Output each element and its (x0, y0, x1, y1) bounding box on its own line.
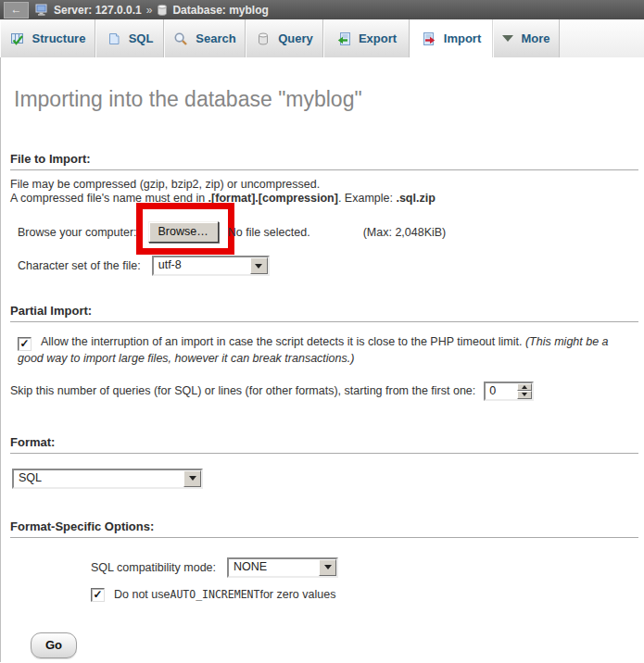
allow-interrupt-label: Allow the interruption of an import in c… (41, 335, 522, 348)
left-arrow-icon: ← (11, 3, 22, 17)
charset-label: Character set of the file: (18, 259, 141, 272)
naming-info-mid: . Example: (338, 192, 397, 205)
section-heading-format: Format: (10, 435, 638, 454)
import-icon (422, 31, 436, 46)
sql-icon (107, 31, 121, 46)
auto-increment-label-prefix: Do not use (114, 588, 170, 601)
spinner-buttons (517, 383, 532, 399)
naming-format-bold: .[format].[compression] (208, 192, 338, 205)
chevron-down-icon (502, 35, 513, 42)
section-heading-format-options: Format-Specific Options: (10, 519, 638, 538)
browse-row: Browse your computer: Browse… No file se… (18, 221, 638, 243)
tab-label: Structure (32, 31, 86, 45)
structure-icon (10, 31, 25, 46)
database-icon (157, 4, 168, 17)
auto-increment-row: ✓Do not use AUTO_INCREMENT for zero valu… (91, 588, 638, 602)
search-icon (173, 31, 188, 46)
phpmyadmin-import-page: ← Server: 127.0.0.1 » Database: myblog (0, 0, 644, 663)
tab-label: Import (444, 31, 481, 45)
import-form: Importing into the database "myblog" Fil… (0, 57, 644, 662)
dropdown-arrow-icon[interactable] (250, 257, 268, 274)
auto-increment-label-suffix: for zero values (259, 588, 335, 601)
section-heading-file-to-import: File to Import: (10, 152, 638, 170)
dropdown-arrow-icon[interactable] (183, 470, 201, 487)
breadcrumb-server[interactable]: Server: 127.0.0.1 (54, 4, 142, 17)
format-row: SQL (12, 469, 638, 489)
tab-sql[interactable]: SQL (95, 19, 164, 57)
skip-queries-label: Skip this number of queries (for SQL) or… (10, 384, 475, 397)
breadcrumb-database[interactable]: Database: myblog (172, 4, 268, 17)
file-import-description: File may be compressed (gzip, bzip2, zip… (10, 178, 638, 206)
tab-search[interactable]: Search (164, 19, 246, 57)
export-icon (336, 31, 351, 46)
format-select-value: SQL (14, 470, 183, 487)
tab-label: Search (196, 31, 235, 45)
naming-info-text: A compressed file's name must end in (10, 192, 208, 205)
tab-label: Export (359, 31, 397, 45)
format-select[interactable]: SQL (12, 469, 203, 489)
page-title: Importing into the database "myblog" (14, 57, 638, 112)
charset-select-value: utf-8 (154, 257, 250, 274)
tab-label: Query (278, 31, 313, 45)
tab-import[interactable]: Import (410, 19, 493, 57)
partial-import-section: Partial Import: ✓Allow the interruption … (10, 304, 638, 401)
compression-info-text: File may be compressed (gzip, bzip2, zip… (10, 178, 320, 191)
auto-increment-code: AUTO_INCREMENT (170, 588, 259, 601)
file-to-import-section: File to Import: File may be compressed (… (10, 152, 638, 276)
tab-structure[interactable]: Structure (0, 19, 95, 57)
tab-label: More (521, 31, 549, 45)
section-heading-partial-import: Partial Import: (10, 304, 638, 322)
allow-interrupt-row: ✓Allow the interruption of an import in … (18, 334, 638, 368)
breadcrumb-separator: » (146, 4, 153, 17)
skip-queries-row: Skip this number of queries (for SQL) or… (10, 382, 638, 401)
format-specific-options-section: Format-Specific Options: SQL compatibili… (10, 519, 638, 602)
format-section: Format: SQL (10, 435, 638, 489)
tab-more[interactable]: More (493, 19, 560, 57)
sql-compatibility-label: SQL compatibility mode: (91, 561, 216, 574)
query-icon (256, 31, 271, 46)
browse-button[interactable]: Browse… (148, 221, 219, 243)
spinner-up-icon[interactable] (517, 383, 532, 392)
server-icon (35, 4, 49, 17)
naming-example-bold: .sql.zip (396, 192, 435, 205)
browse-label: Browse your computer: (18, 226, 137, 239)
tab-export[interactable]: Export (323, 19, 410, 57)
skip-queries-value: 0 (486, 383, 517, 399)
no-file-selected-text: No file selected. (228, 226, 310, 239)
back-button[interactable]: ← (4, 2, 29, 19)
breadcrumb-bar: ← Server: 127.0.0.1 » Database: myblog (0, 0, 644, 19)
tab-bar: Structure SQL Search (0, 19, 644, 57)
spinner-down-icon[interactable] (517, 391, 532, 399)
skip-queries-input[interactable]: 0 (484, 382, 534, 401)
auto-increment-checkbox[interactable]: ✓ (91, 588, 105, 602)
sql-compatibility-select[interactable]: NONE (227, 557, 338, 578)
browse-button-wrap: Browse… (148, 221, 219, 243)
allow-interrupt-checkbox[interactable]: ✓ (18, 337, 32, 351)
sql-compatibility-row: SQL compatibility mode: NONE (91, 557, 638, 578)
dropdown-arrow-icon[interactable] (319, 559, 336, 576)
max-size-text: (Max: 2,048KiB) (363, 226, 447, 239)
tab-query[interactable]: Query (246, 19, 323, 57)
go-button[interactable]: Go (31, 632, 77, 658)
tab-label: SQL (129, 31, 154, 45)
charset-row: Character set of the file: utf-8 (18, 256, 638, 276)
sql-compatibility-value: NONE (229, 559, 319, 576)
tab-bar-filler (560, 19, 644, 57)
charset-select[interactable]: utf-8 (152, 256, 270, 276)
